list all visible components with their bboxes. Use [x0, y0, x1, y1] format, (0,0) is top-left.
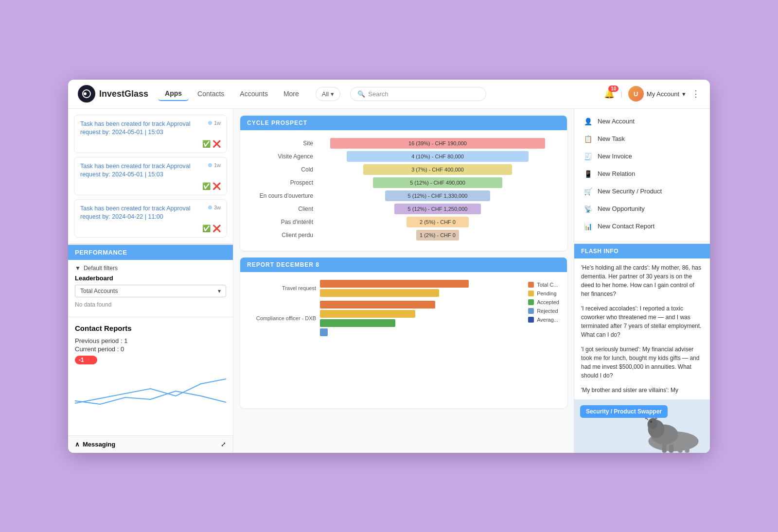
task-approve-button[interactable]: ✅: [202, 140, 211, 148]
flash-article[interactable]: 'I got seriously burned': My financial a…: [581, 345, 703, 380]
legend-label: Pending: [537, 291, 556, 296]
quick-action-new-invoice[interactable]: 🧾 New Invoice: [574, 148, 710, 165]
flash-article[interactable]: 'He's holding all the cards': My mother,…: [581, 263, 703, 298]
chevron-down-icon: ▾: [682, 90, 686, 98]
funnel-bar-wrap: 5 (12%) - CHF 490,000: [318, 177, 557, 188]
quick-action-new-opportunity[interactable]: 📡 New Opportunity: [574, 200, 710, 218]
nav-separator: |: [620, 90, 622, 98]
right-sidebar: 👤 New Account 📋 New Task 🧾 New Invoice 📱…: [574, 109, 710, 453]
action-label: New Contact Report: [598, 223, 654, 230]
performance-header: PERFORMANCE: [68, 245, 233, 260]
funnel-row: Client 5 (12%) - CHF 1,250,000: [250, 204, 557, 214]
legend-item: Pending: [528, 291, 559, 296]
bar: [320, 328, 328, 336]
task-reject-button[interactable]: ❌: [212, 140, 221, 148]
funnel-bar: 1 (2%) - CHF 0: [416, 230, 460, 240]
delta-badge: -1 🔻: [75, 356, 97, 364]
action-label: New Account: [598, 118, 635, 125]
funnel-row: En cours d'ouverture 5 (12%) - CHF 1,330…: [250, 190, 557, 201]
action-icon: 📡: [583, 205, 593, 213]
quick-action-new-task[interactable]: 📋 New Task: [574, 130, 710, 148]
task-dot: [208, 121, 212, 125]
funnel-bar: 4 (10%) - CHF 80,000: [347, 151, 529, 162]
legend-item: Rejected: [528, 308, 559, 314]
task-text: Task has been created for track Approval…: [80, 205, 204, 222]
funnel-bar: 3 (7%) - CHF 400,000: [363, 164, 512, 175]
swapper-button[interactable]: Security / Product Swapper: [580, 405, 668, 418]
legend-label: Accepted: [537, 299, 559, 305]
quick-action-new-account[interactable]: 👤 New Account: [574, 113, 710, 130]
funnel-bar: 5 (12%) - CHF 1,250,000: [394, 204, 480, 214]
task-actions: ✅ ❌: [80, 224, 221, 232]
task-reject-button[interactable]: ❌: [212, 182, 221, 190]
leaderboard-label: Leaderboard: [75, 275, 226, 282]
bar: [320, 280, 469, 288]
action-label: New Relation: [598, 170, 635, 177]
previous-period: Previous period : 1: [75, 337, 226, 344]
nav-contacts[interactable]: Contacts: [191, 87, 231, 101]
divider: [574, 241, 710, 241]
user-menu-button[interactable]: U My Account ▾: [628, 86, 686, 102]
task-text: Task has been created for track Approval…: [80, 120, 204, 137]
legend-item: Accepted: [528, 299, 559, 305]
task-item: Task has been created for track Approval…: [74, 115, 227, 153]
funnel-bar: 16 (39%) - CHF 190,000: [330, 138, 546, 149]
filter-dropdown[interactable]: All ▾: [316, 87, 340, 101]
task-reject-button[interactable]: ❌: [212, 224, 221, 232]
task-item-header: Task has been created for track Approval…: [80, 162, 221, 179]
search-bar[interactable]: 🔍 Search: [350, 87, 486, 101]
leaderboard-select[interactable]: Total Accounts ▾: [75, 285, 226, 297]
funnel-bar-wrap: 1 (2%) - CHF 0: [318, 230, 557, 240]
task-approve-button[interactable]: ✅: [202, 224, 211, 232]
main-layout: Task has been created for track Approval…: [68, 109, 710, 453]
task-age: 3w: [214, 205, 221, 210]
svg-point-10: [648, 418, 657, 429]
nav-accounts[interactable]: Accounts: [233, 87, 275, 101]
task-item-header: Task has been created for track Approval…: [80, 205, 221, 222]
chevron-down-icon: ▾: [331, 90, 334, 98]
funnel-row: Visite Agence 4 (10%) - CHF 80,000: [250, 151, 557, 162]
legend-dot: [528, 308, 534, 314]
funnel-bar: 2 (5%) - CHF 0: [407, 217, 469, 227]
task-item-header: Task has been created for track Approval…: [80, 120, 221, 137]
nav-right: 🔔 10 | U My Account ▾ ⋮: [604, 86, 700, 102]
resize-icon[interactable]: ⤢: [221, 441, 226, 448]
funnel-label: Prospect: [250, 179, 313, 186]
filter-icon: ▼: [75, 265, 81, 272]
flash-info-section: FLASH INFO 'He's holding all the cards':…: [574, 243, 710, 399]
action-label: New Opportunity: [598, 205, 645, 212]
quick-action-new-relation[interactable]: 📱 New Relation: [574, 165, 710, 183]
flash-info-body: 'He's holding all the cards': My mother,…: [574, 258, 710, 399]
funnel-bar-wrap: 2 (5%) - CHF 0: [318, 217, 557, 227]
notifications-button[interactable]: 🔔 10: [604, 88, 615, 99]
task-approve-button[interactable]: ✅: [202, 182, 211, 190]
action-label: New Security / Product: [598, 188, 662, 195]
bar-chart-label: Travel request: [248, 285, 316, 291]
left-sidebar: Task has been created for track Approval…: [68, 109, 233, 453]
flash-article[interactable]: 'My brother and sister are villains': My: [581, 386, 703, 395]
legend-item: Total C...: [528, 282, 559, 288]
funnel-bar-wrap: 5 (12%) - CHF 1,250,000: [318, 204, 557, 214]
flash-article[interactable]: 'I received accolades': I reported a tox…: [581, 304, 703, 339]
more-options-button[interactable]: ⋮: [691, 88, 700, 99]
legend-label: Rejected: [537, 308, 558, 314]
funnel-row: Prospect 5 (12%) - CHF 490,000: [250, 177, 557, 188]
messaging-bar[interactable]: ∧ Messaging ⤢: [68, 435, 233, 453]
funnel-bar-wrap: 16 (39%) - CHF 190,000: [318, 138, 557, 149]
logo[interactable]: InvestGlass: [78, 85, 148, 103]
funnel-container: Site 16 (39%) - CHF 190,000 Visite Agenc…: [240, 130, 567, 251]
action-label: New Task: [598, 135, 625, 142]
current-period: Current period : 0: [75, 345, 226, 353]
quick-action-new-contact-report[interactable]: 📊 New Contact Report: [574, 218, 710, 235]
logo-icon: [78, 85, 95, 103]
quick-action-new-security--product[interactable]: 🛒 New Security / Product: [574, 183, 710, 200]
svg-point-11: [650, 420, 653, 423]
search-icon: 🔍: [357, 90, 365, 98]
legend: Total C... Pending Accepted Rejected Ave…: [528, 280, 559, 340]
legend-dot: [528, 282, 534, 288]
bar-chart: Travel request Compliance officer - DXB: [248, 280, 518, 340]
nav-more[interactable]: More: [277, 87, 306, 101]
legend-label: Total C...: [537, 282, 558, 288]
nav-apps[interactable]: Apps: [158, 86, 189, 101]
report-header: REPORT DECEMBER 8: [240, 257, 567, 272]
